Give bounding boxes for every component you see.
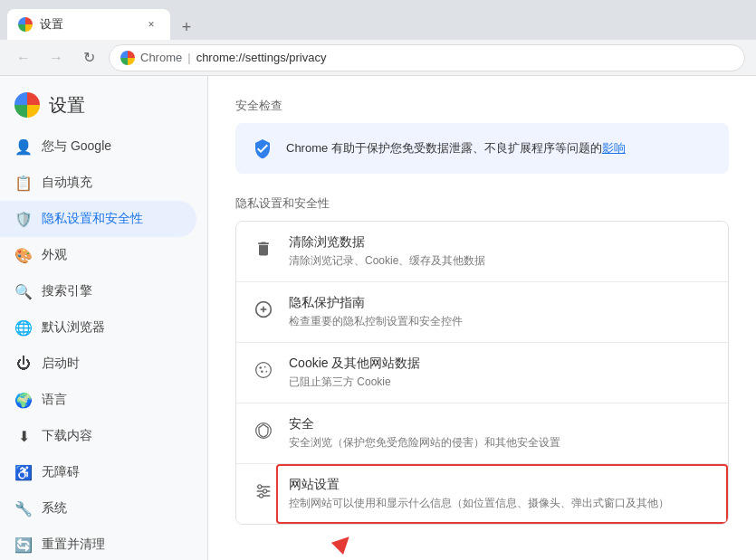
- sidebar-label-on-startup: 启动时: [42, 356, 80, 372]
- privacy-content-security: 安全 安全浏览（保护您免受危险网站的侵害）和其他安全设置: [289, 416, 713, 451]
- sidebar-item-languages[interactable]: 🌍 语言: [0, 382, 196, 418]
- sidebar-label-default-browser: 默认浏览器: [42, 319, 105, 336]
- tab-close-button[interactable]: ×: [143, 16, 159, 33]
- sidebar-icon-search: 🔍: [14, 282, 33, 300]
- svg-point-4: [259, 366, 262, 369]
- reload-button[interactable]: ↻: [76, 45, 101, 71]
- sidebar-item-reset[interactable]: 🔄 重置并清理: [0, 527, 196, 560]
- privacy-desc-privacy-guide: 检查重要的隐私控制设置和安全控件: [289, 314, 713, 329]
- sidebar-icon-languages: 🌍: [14, 391, 33, 409]
- app-layout: 设置 👤 您与 Google 📋 自动填充 🛡️ 隐私设置和安全性 🎨 外观 🔍…: [0, 76, 756, 560]
- sidebar-item-default-browser[interactable]: 🌐 默认浏览器: [0, 309, 196, 346]
- privacy-icon-privacy-guide: [251, 297, 276, 322]
- privacy-title-clear-browsing: 清除浏览数据: [289, 234, 713, 251]
- privacy-item-clear-browsing[interactable]: 清除浏览数据 清除浏览记录、Cookie、缓存及其他数据: [236, 222, 728, 282]
- svg-point-13: [263, 489, 267, 493]
- sidebar-item-autofill[interactable]: 📋 自动填充: [0, 165, 196, 201]
- privacy-section-label: 隐私设置和安全性: [235, 195, 729, 212]
- navigation-bar: ← → ↻ Chrome | chrome://settings/privacy: [0, 40, 756, 76]
- safety-check-text: Chrome 有助于保护您免受数据泄露、不良扩展程序等问题的影响: [286, 139, 626, 157]
- address-bar[interactable]: Chrome | chrome://settings/privacy: [109, 44, 745, 71]
- sidebar-icon-appearance: 🎨: [14, 246, 33, 264]
- sidebar-item-accessibility[interactable]: ♿ 无障碍: [0, 454, 196, 490]
- back-button[interactable]: ←: [11, 45, 36, 71]
- privacy-desc-site-settings: 控制网站可以使用和显示什么信息（如位置信息、摄像头、弹出式窗口及其他）: [289, 496, 713, 511]
- safety-check-link[interactable]: 影响: [602, 141, 626, 155]
- main-content: 安全检查 Chrome 有助于保护您免受数据泄露、不良扩展程序等问题的影响 隐私…: [208, 76, 756, 560]
- privacy-icon-clear-browsing: [251, 236, 276, 261]
- privacy-icon-security: [251, 418, 276, 443]
- privacy-title-cookies: Cookie 及其他网站数据: [289, 356, 713, 372]
- svg-point-5: [264, 366, 266, 368]
- svg-point-8: [256, 423, 272, 439]
- sidebar-label-system: 系统: [42, 500, 67, 517]
- privacy-title-site-settings: 网站设置: [289, 477, 713, 493]
- privacy-content-privacy-guide: 隐私保护指南 检查重要的隐私控制设置和安全控件: [289, 295, 713, 329]
- sidebar-label-accessibility: 无障碍: [42, 464, 80, 480]
- sidebar-icon-on-startup: ⏻: [14, 355, 33, 373]
- new-tab-button[interactable]: +: [174, 14, 199, 40]
- safety-check-icon: [250, 136, 275, 161]
- sidebar-label-languages: 语言: [42, 392, 67, 408]
- privacy-item-cookies[interactable]: Cookie 及其他网站数据 已阻止第三方 Cookie: [236, 343, 728, 403]
- sidebar-label-autofill: 自动填充: [42, 175, 92, 191]
- privacy-title-security: 安全: [289, 416, 713, 432]
- sidebar-icon-accessibility: ♿: [14, 463, 33, 481]
- privacy-item-site-settings[interactable]: 网站设置 控制网站可以使用和显示什么信息（如位置信息、摄像头、弹出式窗口及其他）: [236, 464, 728, 524]
- sidebar-item-system[interactable]: 🔧 系统: [0, 490, 196, 527]
- sidebar-icon-downloads: ⬇: [14, 427, 33, 445]
- sidebar-header: 设置: [0, 76, 207, 128]
- sidebar-item-downloads[interactable]: ⬇ 下载内容: [0, 418, 196, 454]
- sidebar-item-privacy[interactable]: 🛡️ 隐私设置和安全性: [0, 201, 196, 237]
- forward-button[interactable]: →: [43, 45, 69, 71]
- sidebar: 设置 👤 您与 Google 📋 自动填充 🛡️ 隐私设置和安全性 🎨 外观 🔍…: [0, 76, 208, 560]
- svg-point-12: [258, 485, 262, 489]
- address-favicon: [120, 51, 135, 65]
- svg-point-3: [256, 363, 272, 378]
- privacy-content-cookies: Cookie 及其他网站数据 已阻止第三方 Cookie: [289, 356, 713, 390]
- sidebar-nav: 👤 您与 Google 📋 自动填充 🛡️ 隐私设置和安全性 🎨 外观 🔍 搜索…: [0, 128, 207, 560]
- sidebar-item-search[interactable]: 🔍 搜索引擎: [0, 273, 196, 309]
- safety-check-card[interactable]: Chrome 有助于保护您免受数据泄露、不良扩展程序等问题的影响: [235, 123, 729, 174]
- privacy-item-security[interactable]: 安全 安全浏览（保护您免受危险网站的侵害）和其他安全设置: [236, 403, 728, 464]
- sidebar-icon-autofill: 📋: [14, 174, 33, 192]
- sidebar-icon-system: 🔧: [14, 499, 33, 517]
- tab-favicon: [18, 17, 33, 32]
- sidebar-title: 设置: [49, 93, 85, 118]
- privacy-content-site-settings: 网站设置 控制网站可以使用和显示什么信息（如位置信息、摄像头、弹出式窗口及其他）: [289, 477, 713, 511]
- privacy-title-privacy-guide: 隐私保护指南: [289, 295, 713, 311]
- svg-point-6: [261, 370, 263, 373]
- privacy-content-clear-browsing: 清除浏览数据 清除浏览记录、Cookie、缓存及其他数据: [289, 234, 713, 269]
- active-tab[interactable]: 设置 ×: [7, 9, 170, 40]
- sidebar-label-appearance: 外观: [42, 247, 67, 263]
- privacy-icon-site-settings: [251, 479, 276, 504]
- sidebar-item-appearance[interactable]: 🎨 外观: [0, 237, 196, 273]
- sidebar-label-search: 搜索引擎: [42, 283, 92, 299]
- tab-bar: 设置 × +: [0, 0, 756, 40]
- sidebar-label-reset: 重置并清理: [42, 536, 105, 553]
- sidebar-icon-privacy: 🛡️: [14, 210, 33, 228]
- chrome-logo: [14, 92, 40, 118]
- privacy-icon-cookies: [251, 357, 276, 383]
- sidebar-icon-reset: 🔄: [14, 536, 33, 554]
- safety-check-section-label: 安全检查: [235, 98, 729, 114]
- address-url: chrome://settings/privacy: [196, 51, 327, 64]
- sidebar-item-on-startup[interactable]: ⏻ 启动时: [0, 346, 196, 382]
- sidebar-item-you-and-google[interactable]: 👤 您与 Google: [0, 128, 196, 165]
- privacy-list: 清除浏览数据 清除浏览记录、Cookie、缓存及其他数据 隐私保护指南 检查重要…: [235, 221, 729, 525]
- address-separator: |: [187, 51, 190, 64]
- svg-point-14: [259, 494, 263, 498]
- sidebar-label-downloads: 下载内容: [42, 428, 92, 444]
- sidebar-icon-you-and-google: 👤: [14, 138, 33, 156]
- tab-title: 设置: [40, 16, 136, 33]
- sidebar-icon-default-browser: 🌐: [14, 318, 33, 337]
- browser-chrome: 设置 × + ← → ↻ Chrome | chrome://settings/…: [0, 0, 756, 76]
- privacy-item-privacy-guide[interactable]: 隐私保护指南 检查重要的隐私控制设置和安全控件: [236, 282, 728, 343]
- privacy-desc-security: 安全浏览（保护您免受危险网站的侵害）和其他安全设置: [289, 435, 713, 451]
- address-brand: Chrome: [140, 51, 182, 64]
- svg-point-7: [266, 371, 268, 373]
- privacy-desc-cookies: 已阻止第三方 Cookie: [289, 375, 713, 390]
- privacy-desc-clear-browsing: 清除浏览记录、Cookie、缓存及其他数据: [289, 253, 713, 269]
- sidebar-label-privacy: 隐私设置和安全性: [42, 211, 143, 227]
- sidebar-label-you-and-google: 您与 Google: [42, 138, 111, 155]
